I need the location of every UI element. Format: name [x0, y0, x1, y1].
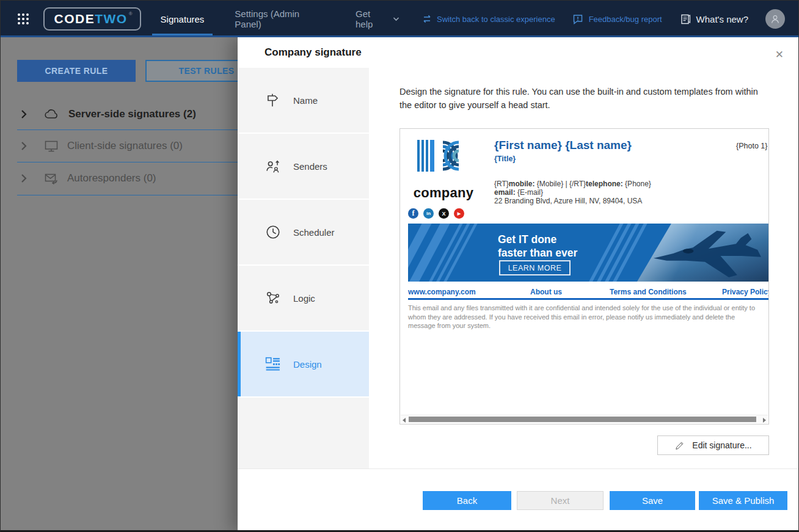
design-step-intro: Design the signature for this rule. You … [400, 85, 766, 112]
save-and-publish-button[interactable]: Save & Publish [699, 491, 787, 510]
chevron-right-icon [21, 141, 27, 151]
youtube-icon: ▶ [454, 208, 464, 219]
next-button-disabled[interactable]: Next [517, 491, 604, 510]
step-name[interactable]: Name [238, 68, 369, 133]
wizard-steps-spacer [238, 398, 369, 468]
test-rules-button[interactable]: TEST RULES [145, 60, 238, 82]
tab-get-help[interactable]: Get help [347, 1, 408, 37]
whats-new-doc-icon [679, 13, 691, 25]
chevron-right-icon [21, 109, 27, 119]
footer-divider [238, 468, 799, 469]
dialog-title: Company signature [265, 46, 362, 59]
step-senders[interactable]: Senders [238, 134, 369, 199]
people-arrow-icon [265, 158, 281, 174]
codetwo-logo: CODETWO® [43, 7, 141, 31]
top-nav: CODETWO® Signatures Settings (Admin Pane… [1, 1, 798, 37]
user-avatar[interactable] [765, 9, 785, 29]
step-label: Senders [293, 161, 327, 172]
switch-classic-link[interactable]: Switch back to classic experience [421, 15, 555, 24]
step-label: Name [293, 95, 318, 106]
step-logic[interactable]: Logic [238, 266, 369, 330]
link-terms: Terms and Conditions [610, 288, 687, 296]
nav-left-group: CODETWO® Signatures Settings (Admin Pane… [1, 1, 421, 37]
signature-job-title: {Title} [494, 155, 516, 163]
step-scheduler[interactable]: Scheduler [238, 200, 369, 264]
tab-settings-admin-panel[interactable]: Settings (Admin Panel) [226, 1, 334, 37]
primary-nav-tabs: Signatures Settings (Admin Panel) Get he… [152, 1, 421, 37]
scrollbar-thumb[interactable] [409, 417, 756, 422]
chevron-down-icon [393, 16, 400, 21]
tab-settings-label: Settings (Admin Panel) [235, 9, 325, 29]
group-client-side-signatures[interactable]: Client-side signatures (0) [1, 130, 238, 162]
signature-contact-block: {RT}mobile: {Mobile} | {/RT}telephone: {… [494, 180, 651, 205]
step-label: Logic [293, 293, 315, 304]
pencil-icon [674, 440, 685, 451]
clock-icon [265, 224, 281, 240]
divider [17, 195, 238, 195]
banner-jet-photo [637, 224, 768, 282]
contact-line-email: email: {E-mail} [494, 189, 651, 197]
logo-registered-mark: ® [129, 11, 133, 16]
preview-horizontal-scrollbar[interactable] [401, 415, 768, 423]
edit-signature-button[interactable]: Edit signature... [657, 435, 769, 455]
logo-text-code: CODE [54, 12, 95, 26]
feedback-label: Feedback/bug report [589, 15, 662, 24]
edit-signature-label: Edit signature... [692, 440, 751, 450]
signature-full-name: {First name} {Last name} [494, 139, 632, 152]
node-graph-icon [265, 290, 281, 306]
switch-classic-label: Switch back to classic experience [437, 15, 555, 24]
cloud-icon [44, 108, 60, 120]
tab-signatures[interactable]: Signatures [152, 1, 213, 37]
layout-blocks-icon [265, 356, 281, 372]
facebook-icon: f [408, 208, 418, 219]
link-privacy: Privacy Policy [722, 288, 769, 296]
linkedin-icon: in [423, 208, 434, 219]
link-about-us: About us [530, 288, 562, 296]
banner-headline: Get IT done faster than ever [498, 233, 577, 260]
group-autoresponders[interactable]: Autoresponders (0) [1, 162, 238, 194]
contact-line-phones: {RT}mobile: {Mobile} | {/RT}telephone: {… [494, 180, 651, 189]
app-launcher-icon[interactable] [15, 11, 31, 27]
banner-line1: Get IT done [498, 233, 577, 246]
step-design[interactable]: Design [238, 332, 369, 396]
social-icons-row: f in X ▶ [408, 208, 464, 219]
signpost-icon [265, 92, 281, 108]
close-icon[interactable]: ✕ [772, 46, 787, 64]
scroll-left-arrow-icon[interactable] [403, 418, 406, 423]
whats-new-link[interactable]: What's new? [679, 13, 748, 25]
chevron-right-icon [21, 173, 27, 183]
signature-disclaimer: This email and any files transmitted wit… [408, 304, 761, 330]
group-label: Autoresponders (0) [67, 172, 156, 184]
company-logo-mark [416, 136, 475, 175]
banner-line2: faster than ever [498, 246, 577, 260]
group-server-side-signatures[interactable]: Server-side signatures (2) [1, 98, 238, 130]
logo-text-two: TWO [95, 12, 127, 26]
app-window: CODETWO® Signatures Settings (Admin Pane… [0, 0, 799, 532]
fighter-jet-silhouette [645, 226, 767, 280]
signature-photo-placeholder: {Photo 1} [736, 142, 767, 150]
rules-list-panel-dimmed: CREATE RULE TEST RULES Server-side signa… [1, 37, 238, 532]
wizard-steps: Name Senders Scheduler Logic [238, 68, 369, 468]
signature-divider-line [408, 298, 768, 300]
feedback-link[interactable]: Feedback/bug report [572, 14, 662, 24]
step-label: Scheduler [293, 227, 335, 238]
contact-line-address: 22 Branding Blvd, Azure Hill, NV, 89404,… [494, 197, 651, 206]
nav-right-group: Switch back to classic experience Feedba… [421, 1, 798, 37]
link-company-site: www.company.com [408, 288, 476, 296]
swap-arrows-icon [421, 15, 431, 23]
group-label: Client-side signatures (0) [67, 140, 183, 152]
learn-more-button: LEARN MORE [499, 260, 571, 275]
save-button[interactable]: Save [610, 491, 695, 510]
create-rule-button[interactable]: CREATE RULE [17, 60, 136, 82]
step-label: Design [293, 359, 322, 370]
promo-banner: Get IT done faster than ever LEARN MORE [408, 224, 768, 282]
feedback-bubble-icon [572, 14, 583, 24]
scroll-right-arrow-icon[interactable] [763, 418, 766, 423]
signature-preview: company {First name} {Last name} {Title}… [400, 128, 769, 425]
auto-reply-envelope-icon [44, 172, 59, 185]
tab-get-help-label: Get help [356, 9, 389, 29]
signature-content: company {First name} {Last name} {Title}… [400, 129, 769, 424]
group-label: Server-side signatures (2) [68, 108, 196, 120]
monitor-icon [44, 140, 59, 153]
back-button[interactable]: Back [423, 491, 511, 510]
